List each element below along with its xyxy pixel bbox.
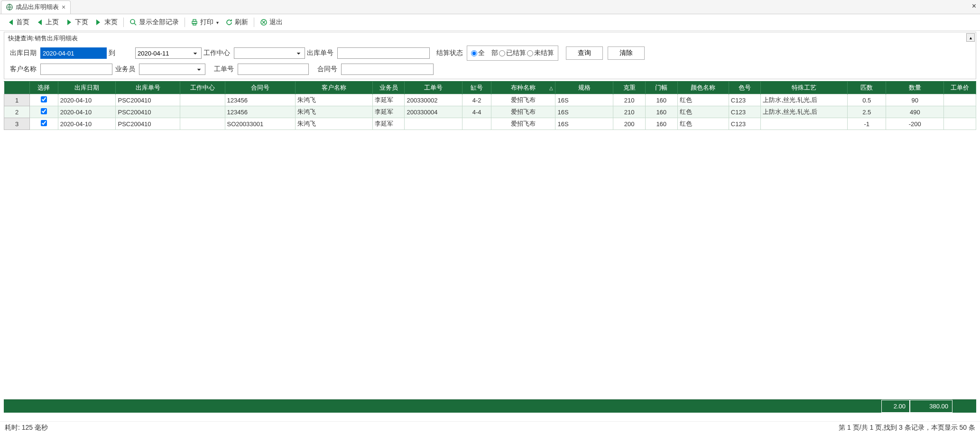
search-button[interactable]: 查询 xyxy=(566,46,603,60)
workorder-input[interactable] xyxy=(238,64,309,75)
column-header[interactable]: 工单号 xyxy=(405,82,462,94)
first-page-button[interactable]: 首页 xyxy=(4,17,32,28)
radio-all[interactable]: 全 部 xyxy=(471,49,498,57)
show-all-button[interactable]: 显示全部记录 xyxy=(127,17,182,28)
table-header-row: 选择出库日期出库单号工作中心合同号客户名称业务员工单号缸号布种名称△规格克重门幅… xyxy=(4,82,976,94)
row-checkbox[interactable] xyxy=(41,96,47,102)
settle-radio-group: 全 部 已结算 未结算 xyxy=(467,46,558,61)
toolbar-separator xyxy=(254,18,254,27)
workorder-label: 工单号 xyxy=(207,65,236,74)
table-cell: 210 xyxy=(613,94,646,106)
column-header[interactable]: 缸号 xyxy=(462,82,491,94)
column-header[interactable]: 客户名称 xyxy=(296,82,372,94)
window-close-icon[interactable]: × xyxy=(972,2,976,10)
row-checkbox[interactable] xyxy=(41,120,47,126)
to-label: 到 xyxy=(109,49,117,57)
table-row[interactable]: 12020-04-10PSC200410123456朱鸿飞李延军20033000… xyxy=(4,94,976,106)
column-header[interactable]: 布种名称△ xyxy=(491,82,555,94)
column-header[interactable]: 规格 xyxy=(555,82,613,94)
prev-page-button[interactable]: 上页 xyxy=(33,17,62,28)
column-header[interactable]: 颜色名称 xyxy=(677,82,729,94)
last-icon xyxy=(95,18,102,26)
table-cell: 200 xyxy=(613,118,646,130)
column-header[interactable]: 数量 xyxy=(886,82,944,94)
clear-button[interactable]: 清除 xyxy=(608,46,645,60)
contract-label: 合同号 xyxy=(311,65,339,74)
column-header[interactable]: 色号 xyxy=(729,82,761,94)
next-page-button[interactable]: 下页 xyxy=(63,17,91,28)
query-panel: 快捷查询:销售出库明细表 ▴ 出库日期 到 工作中心 出库单号 结算状态 全 部… xyxy=(4,32,976,79)
workcenter-select[interactable] xyxy=(234,47,305,59)
refresh-button[interactable]: 刷新 xyxy=(222,17,251,28)
summary-qty: 380.00 xyxy=(910,400,952,413)
row-checkbox[interactable] xyxy=(41,108,47,114)
customer-input[interactable] xyxy=(40,64,112,75)
sort-indicator-icon: △ xyxy=(549,85,553,91)
horizontal-scrollbar[interactable] xyxy=(4,413,976,421)
table-cell: 200330002 xyxy=(405,94,462,106)
table-cell: 2020-04-10 xyxy=(58,94,116,106)
column-header[interactable]: 业务员 xyxy=(372,82,405,94)
salesman-select[interactable] xyxy=(139,64,205,75)
outno-input[interactable] xyxy=(337,47,430,59)
table-row[interactable]: 32020-04-10PSC200410SO20033001朱鸿飞李延军爱招飞布… xyxy=(4,118,976,130)
column-header[interactable]: 匹数 xyxy=(848,82,886,94)
column-header[interactable]: 选择 xyxy=(30,82,58,94)
exit-button[interactable]: 退出 xyxy=(257,17,286,28)
table-cell: 爱招飞布 xyxy=(491,94,555,106)
tab-active[interactable]: 成品出库明细表 × xyxy=(1,0,71,14)
table-cell: 490 xyxy=(886,106,944,118)
table-cell: 0.5 xyxy=(848,94,886,106)
close-icon[interactable]: × xyxy=(62,3,65,11)
data-table: 选择出库日期出库单号工作中心合同号客户名称业务员工单号缸号布种名称△规格克重门幅… xyxy=(4,82,976,130)
status-left: 耗时: 125 毫秒 xyxy=(5,424,48,432)
table-cell xyxy=(944,106,976,118)
table-cell xyxy=(30,94,58,106)
refresh-icon xyxy=(225,18,233,26)
date-from-input[interactable] xyxy=(40,47,107,59)
search-icon xyxy=(129,18,137,26)
chevron-down-icon: ▾ xyxy=(216,20,219,25)
column-header[interactable]: 门幅 xyxy=(645,82,677,94)
table-cell: 李延军 xyxy=(372,94,405,106)
table-cell xyxy=(761,118,848,130)
table-cell: 160 xyxy=(645,118,677,130)
svg-rect-3 xyxy=(193,19,196,21)
status-right: 第 1 页/共 1 页,找到 3 条记录，本页显示 50 条 xyxy=(839,424,975,432)
column-header[interactable]: 出库日期 xyxy=(58,82,116,94)
last-page-button[interactable]: 末页 xyxy=(92,17,120,28)
contract-input[interactable] xyxy=(341,64,434,75)
table-cell: C123 xyxy=(729,106,761,118)
toolbar-separator xyxy=(185,18,185,27)
column-header[interactable]: 出库单号 xyxy=(116,82,180,94)
table-cell xyxy=(944,94,976,106)
table-cell xyxy=(180,106,225,118)
column-header[interactable]: 特殊工艺 xyxy=(761,82,848,94)
column-header[interactable] xyxy=(4,82,30,94)
radio-unsettled[interactable]: 未结算 xyxy=(527,49,554,57)
table-cell: 李延军 xyxy=(372,118,405,130)
radio-settled[interactable]: 已结算 xyxy=(499,49,526,57)
table-cell: 红色 xyxy=(677,94,729,106)
date-label: 出库日期 xyxy=(8,49,38,57)
date-to-input[interactable] xyxy=(135,47,202,59)
column-header[interactable]: 工作中心 xyxy=(180,82,225,94)
table-cell: 红色 xyxy=(677,106,729,118)
print-button[interactable]: 打印 ▾ xyxy=(188,17,222,28)
table-cell: -200 xyxy=(886,118,944,130)
table-cell: PSC200410 xyxy=(116,118,180,130)
table-cell: 4-2 xyxy=(462,94,491,106)
collapse-button[interactable]: ▴ xyxy=(966,33,975,42)
table-cell xyxy=(944,118,976,130)
table-cell: 160 xyxy=(645,106,677,118)
column-header[interactable]: 工单价 xyxy=(944,82,976,94)
table-cell xyxy=(462,118,491,130)
table-body: 12020-04-10PSC200410123456朱鸿飞李延军20033000… xyxy=(4,94,976,130)
table-cell: 2.5 xyxy=(848,106,886,118)
table-cell: PSC200410 xyxy=(116,94,180,106)
table-cell: 1 xyxy=(4,94,30,106)
table-row[interactable]: 22020-04-10PSC200410123456朱鸿飞李延军20033000… xyxy=(4,106,976,118)
table-cell: 2020-04-10 xyxy=(58,106,116,118)
column-header[interactable]: 克重 xyxy=(613,82,646,94)
column-header[interactable]: 合同号 xyxy=(225,82,296,94)
